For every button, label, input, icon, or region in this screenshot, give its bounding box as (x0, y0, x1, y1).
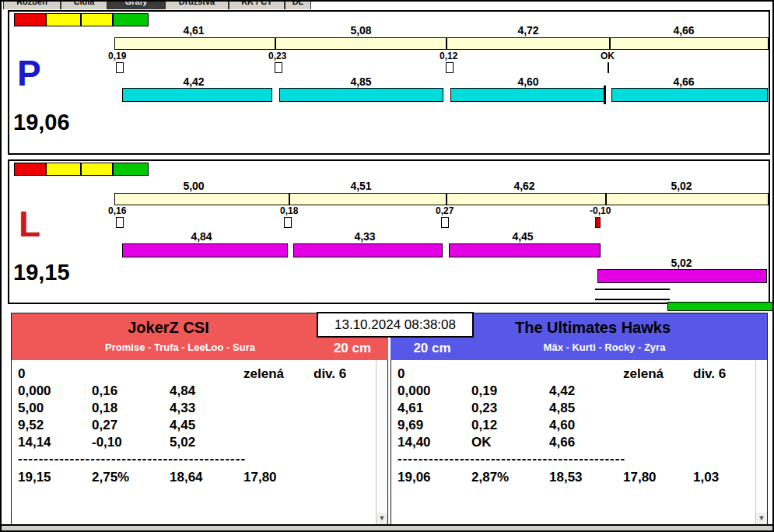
cell-delta: 0,12 (471, 417, 549, 434)
lane-l-bar-segment (122, 243, 288, 257)
lane-p-split-top: 4,66 (651, 24, 716, 37)
table-separator: ----------------------------------------… (12, 451, 387, 467)
cell-delta: 0,27 (92, 417, 170, 434)
lane-l-split-top: 5,00 (161, 180, 226, 192)
cell-start: 0 (18, 366, 92, 383)
tab-dl[interactable]: DL (285, 2, 311, 9)
lane-p-delta: OK (601, 51, 615, 61)
lane-p-bar-segment (279, 88, 443, 102)
cell-delta: -0,10 (92, 434, 170, 451)
track-tick (275, 38, 276, 49)
cell-time: 9,52 (18, 417, 92, 434)
lane-l-split-top: 4,51 (328, 180, 394, 192)
lane-l-split-dog: 4,45 (490, 230, 555, 243)
cell-time: 9,69 (398, 417, 471, 434)
table-row: 0 zelená div. 6 (391, 366, 767, 383)
table-totals-row: 19,15 2,75% 18,64 17,80 (12, 469, 387, 486)
cell-split: 4,45 (170, 417, 243, 434)
status-light-green (113, 163, 149, 176)
change-marker-box (446, 62, 454, 73)
lane-p-delta: 0,19 (108, 51, 126, 61)
lane-p-letter: P (17, 55, 41, 91)
scroll-down-icon[interactable]: ▼ (756, 513, 767, 524)
lane-p-split-top: 5,08 (328, 24, 394, 37)
lane-p-bar-segment (611, 88, 768, 102)
change-marker-box (441, 217, 449, 228)
tab-druzstva[interactable]: Družstva (165, 2, 229, 9)
lane-l-split-top: 5,02 (649, 180, 714, 192)
bar-segment-tick (604, 86, 606, 104)
team-left-results: 0 zelená div. 6 0,000 0,16 4,84 5,00 0,1… (12, 360, 387, 524)
cell-time: 5,00 (18, 400, 92, 417)
lane-l-split-dog: 4,84 (169, 230, 234, 243)
cell-split: 5,02 (170, 434, 243, 451)
tab-kk-ct[interactable]: KK / ČT (229, 2, 285, 9)
track-tick (446, 38, 447, 49)
cell-time: 14,40 (398, 434, 471, 451)
lane-p-bar-segment (122, 88, 272, 102)
lane-p-split-top: 4,72 (496, 24, 561, 37)
cell-split: 4,42 (549, 383, 623, 400)
lane-p-split-top: 4,61 (161, 24, 226, 37)
empty-bar-outline (595, 289, 670, 300)
table-row: 9,52 0,27 4,45 (12, 417, 387, 434)
jump-height-left: 20 cm (317, 337, 388, 360)
lane-l-cumulative-track (114, 193, 769, 205)
lane-l-delta: 0,27 (436, 205, 454, 216)
table-row: 14,40 OK 4,66 (391, 434, 767, 451)
cell-total-time: 19,06 (398, 469, 471, 486)
scroll-down-icon[interactable]: ▼ (376, 513, 387, 524)
cell-total-pct: 2,75% (92, 469, 170, 486)
cell-time: 14,14 (18, 434, 92, 451)
lane-l-bar-current (597, 269, 767, 283)
cell-total-time: 19,15 (18, 469, 92, 486)
scrollbar[interactable]: ▼ (755, 360, 767, 524)
lane-l-bar-segment (449, 243, 601, 257)
table-row: 0,000 0,16 4,84 (12, 383, 387, 400)
cell-delta: OK (471, 434, 549, 451)
status-light-green (113, 13, 149, 26)
lane-l-letter: L (19, 206, 40, 242)
cell-delta: 0,18 (92, 400, 170, 417)
lane-p-total-time: 19,06 (13, 111, 70, 134)
table-row: 5,00 0,18 4,33 (12, 400, 387, 417)
status-light-yellow2 (81, 163, 113, 176)
track-tick (609, 38, 611, 49)
jump-height-right: 20 cm (391, 337, 474, 360)
lane-l-split-top: 4,62 (492, 180, 557, 192)
track-tick (289, 194, 290, 205)
tab-cidla[interactable]: Čidla (61, 2, 107, 9)
lane-p-delta: 0,23 (268, 51, 286, 61)
status-light-red (14, 163, 46, 176)
cell-delta: 0,23 (471, 400, 549, 417)
table-separator: ----------------------------------------… (391, 451, 767, 467)
table-row: 4,61 0,23 4,85 (391, 400, 767, 417)
cell-delta: 0,19 (471, 383, 549, 400)
lane-p-delta: 0,12 (440, 51, 457, 61)
cell-split: 4,33 (170, 400, 243, 417)
cell-split: 4,85 (549, 400, 623, 417)
tab-rozbeh[interactable]: Rozběh (3, 2, 61, 9)
cell-time: 0,000 (398, 383, 471, 400)
change-marker-box-fault (595, 217, 601, 228)
lane-p-split-dog: 4,42 (161, 75, 226, 88)
track-tick (605, 194, 607, 205)
lane-l-delta: 0,18 (280, 205, 298, 216)
status-light-red (14, 13, 46, 26)
cell-delta: 0,16 (92, 383, 170, 400)
cell-total-net: 18,53 (549, 469, 623, 486)
lane-p-split-dog: 4,60 (496, 75, 561, 88)
window-bottom-strip (2, 524, 772, 530)
cell-split: 4,60 (549, 417, 623, 434)
lane-panel-p: P 19,06 4,61 5,08 4,72 4,66 0,19 0,23 0,… (8, 10, 770, 155)
app-window: Rozběh Čidla Grafy Družstva KK / ČT DL P… (0, 0, 774, 532)
lane-p-cumulative-track (114, 37, 769, 50)
status-light-yellow1 (46, 13, 81, 26)
cell-total-net: 18,64 (170, 469, 243, 486)
lane-l-split-current: 5,02 (649, 257, 714, 269)
table-row: 14,14 -0,10 5,02 (12, 434, 387, 451)
cell-total-ref: 17,80 (243, 469, 313, 486)
tab-grafy[interactable]: Grafy (107, 2, 165, 9)
table-totals-row: 19,06 2,87% 18,53 17,80 1,03 (391, 469, 767, 486)
scrollbar[interactable]: ▼ (376, 360, 387, 524)
